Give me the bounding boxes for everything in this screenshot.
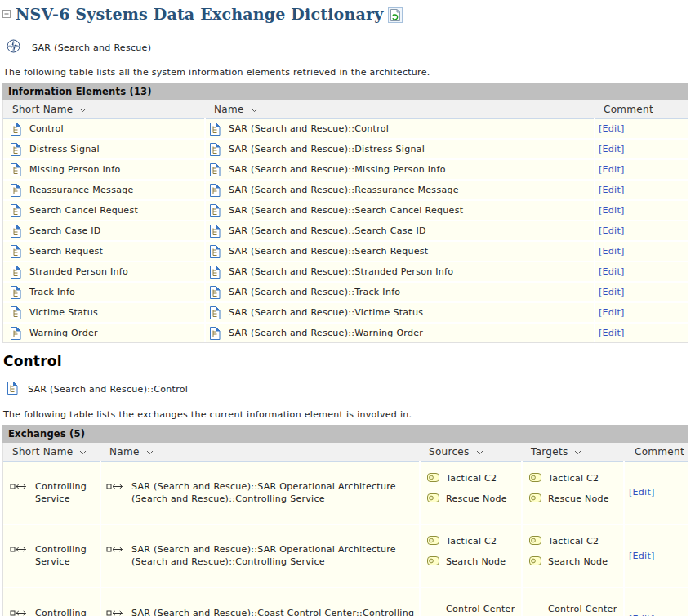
edit-comment-link[interactable]: [Edit] xyxy=(599,164,625,175)
exchange-name: SAR (Search and Rescue)::SAR Operational… xyxy=(131,543,419,568)
sort-icon[interactable] xyxy=(79,104,87,115)
column-header-short-name[interactable]: Short Name xyxy=(3,100,205,119)
info-element-name: SAR (Search and Rescue)::Warning Order xyxy=(229,328,423,338)
document-icon xyxy=(209,143,221,156)
info-element-row: Search RequestSAR (Search and Rescue)::S… xyxy=(3,241,688,261)
edit-comment-link[interactable]: [Edit] xyxy=(629,487,655,498)
exchange-arrow-icon xyxy=(10,482,27,491)
column-header-name[interactable]: Name xyxy=(100,443,420,462)
source-label: Search Node xyxy=(446,556,506,568)
info-element-row: Warning OrderSAR (Search and Rescue)::Wa… xyxy=(3,323,688,342)
target-label: Control Center Building xyxy=(548,603,623,616)
target-item: Tactical C2 xyxy=(523,535,623,547)
sort-icon[interactable] xyxy=(251,104,258,115)
element-subject-label: SAR (Search and Rescue)::Control xyxy=(28,384,188,395)
info-element-short-name: Missing Person Info xyxy=(29,164,121,175)
edit-comment-link[interactable]: [Edit] xyxy=(599,144,625,154)
target-item: Tactical C2 xyxy=(523,472,623,484)
document-icon xyxy=(10,163,21,176)
column-header-targets[interactable]: Targets xyxy=(522,443,624,462)
info-element-row: Stranded Person InfoSAR (Search and Resc… xyxy=(3,261,688,282)
column-header-comment: Comment xyxy=(624,443,688,462)
info-element-short-name: Reassurance Message xyxy=(29,185,134,195)
info-element-row: Reassurance MessageSAR (Search and Rescu… xyxy=(3,180,688,200)
source-item: Rescue Node xyxy=(421,493,521,505)
node-icon xyxy=(427,473,439,482)
information-elements-caption: Information Elements (13) xyxy=(2,83,688,100)
document-icon xyxy=(10,143,21,156)
document-icon xyxy=(10,266,21,279)
info-element-name: SAR (Search and Rescue)::Search Request xyxy=(229,246,428,257)
node-icon xyxy=(529,536,541,545)
column-header-short-name[interactable]: Short Name xyxy=(3,443,100,462)
info-element-row: Missing Person InfoSAR (Search and Rescu… xyxy=(3,159,688,180)
edit-comment-link[interactable]: [Edit] xyxy=(599,225,625,236)
edit-comment-link[interactable]: [Edit] xyxy=(599,287,625,297)
info-element-name: SAR (Search and Rescue)::Track Info xyxy=(229,287,400,297)
info-element-name: SAR (Search and Rescue)::Victime Status xyxy=(229,307,423,318)
exchange-row: Controlling ServiceSAR (Search and Rescu… xyxy=(3,587,688,616)
document-icon xyxy=(10,204,21,217)
exchanges-caption: Exchanges (5) xyxy=(2,425,688,443)
info-element-row: Search Case IDSAR (Search and Rescue)::S… xyxy=(3,221,688,241)
edit-comment-link[interactable]: [Edit] xyxy=(599,205,625,216)
column-header-name[interactable]: Name xyxy=(205,100,595,119)
node-icon xyxy=(529,473,541,482)
source-item: Search Node xyxy=(421,556,521,568)
info-element-row: Victime StatusSAR (Search and Rescue)::V… xyxy=(3,302,688,323)
document-icon xyxy=(209,286,221,299)
info-element-name: SAR (Search and Rescue)::Stranded Person… xyxy=(229,266,453,277)
exchange-short-name: Controlling Service xyxy=(35,480,100,505)
edit-comment-link[interactable]: [Edit] xyxy=(599,328,625,338)
document-icon xyxy=(209,184,221,197)
exchange-arrow-icon xyxy=(106,482,123,491)
collapse-icon[interactable] xyxy=(2,10,11,20)
sort-icon[interactable] xyxy=(476,446,483,458)
info-element-name: SAR (Search and Rescue)::Search Case ID xyxy=(229,225,426,236)
target-item: Control Center Building xyxy=(523,603,623,616)
edit-comment-link[interactable]: [Edit] xyxy=(599,185,625,195)
edit-comment-link[interactable]: [Edit] xyxy=(599,266,625,277)
title-line: NSV-6 Systems Data Exchange Dictionary xyxy=(2,4,688,24)
source-item: Tactical C2 xyxy=(421,535,521,547)
section-heading-control: Control xyxy=(3,353,688,369)
document-icon xyxy=(209,204,221,217)
document-icon xyxy=(10,225,21,238)
info-element-short-name: Search Cancel Request xyxy=(29,205,138,216)
edit-comment-link[interactable]: [Edit] xyxy=(629,551,655,561)
info-element-name: SAR (Search and Rescue)::Missing Person … xyxy=(229,164,446,175)
edit-comment-link[interactable]: [Edit] xyxy=(599,246,625,257)
sort-icon[interactable] xyxy=(146,446,154,458)
column-header-sources[interactable]: Sources xyxy=(420,443,522,462)
node-icon xyxy=(427,536,439,545)
document-icon xyxy=(209,163,221,176)
info-element-short-name: Warning Order xyxy=(29,328,98,338)
column-header-comment: Comment xyxy=(595,100,688,119)
compass-rose-icon xyxy=(7,39,20,56)
target-label: Search Node xyxy=(548,556,608,568)
information-elements-table: Information Elements (13) Short Name Nam… xyxy=(2,83,688,343)
refresh-report-icon[interactable] xyxy=(388,7,403,23)
node-icon xyxy=(427,556,439,565)
edit-comment-link[interactable]: [Edit] xyxy=(599,123,625,134)
info-element-name: SAR (Search and Rescue)::Reassurance Mes… xyxy=(229,185,459,195)
document-icon xyxy=(209,225,221,238)
source-label: Control Center Building xyxy=(446,603,521,616)
document-icon xyxy=(7,382,18,397)
document-icon xyxy=(10,327,21,340)
sort-icon[interactable] xyxy=(574,446,581,458)
node-icon xyxy=(427,493,439,502)
info-element-short-name: Track Info xyxy=(29,287,75,297)
exchange-arrow-icon xyxy=(106,545,123,554)
exchange-arrow-icon xyxy=(10,609,27,616)
info-element-name: SAR (Search and Rescue)::Search Cancel R… xyxy=(229,205,463,216)
report-page: NSV-6 Systems Data Exchange Dictionary S… xyxy=(2,4,688,616)
exchanges-table: Exchanges (5) Short Name Name Sources Ta… xyxy=(2,425,688,616)
info-element-short-name: Search Case ID xyxy=(29,225,101,236)
source-item: Tactical C2 xyxy=(421,472,521,484)
source-label: Tactical C2 xyxy=(446,535,497,547)
target-label: Tactical C2 xyxy=(548,535,599,547)
exchange-short-name: Controlling Service xyxy=(35,607,100,616)
edit-comment-link[interactable]: [Edit] xyxy=(599,307,625,318)
sort-icon[interactable] xyxy=(79,446,87,458)
